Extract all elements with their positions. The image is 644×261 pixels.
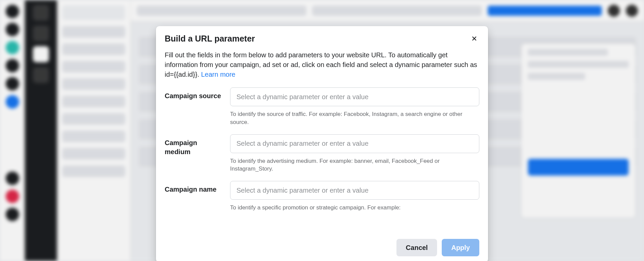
cancel-button[interactable]: Cancel <box>396 239 437 256</box>
apply-button[interactable]: Apply <box>442 239 479 256</box>
campaign-medium-row: Campaign medium To identify the advertis… <box>165 134 479 173</box>
campaign-name-row: Campaign name To identify a specific pro… <box>165 181 479 212</box>
modal-footer: Cancel Apply <box>156 235 488 261</box>
campaign-medium-input[interactable] <box>230 134 479 153</box>
campaign-source-label: Campaign source <box>165 87 223 126</box>
close-icon <box>471 35 478 42</box>
campaign-name-input[interactable] <box>230 181 479 200</box>
campaign-name-label: Campaign name <box>165 181 223 212</box>
modal-title: Build a URL parameter <box>165 34 255 44</box>
campaign-source-help: To identify the source of traffic. For e… <box>230 110 479 126</box>
url-parameter-modal: Build a URL parameter Fill out the field… <box>156 26 488 261</box>
campaign-medium-label: Campaign medium <box>165 134 223 173</box>
modal-header: Build a URL parameter <box>156 26 488 46</box>
campaign-source-input[interactable] <box>230 87 479 106</box>
campaign-name-help: To identify a specific promotion or stra… <box>230 204 479 212</box>
campaign-source-row: Campaign source To identify the source o… <box>165 87 479 126</box>
modal-body[interactable]: Fill out the fields in the form below to… <box>156 46 488 235</box>
close-button[interactable] <box>469 34 479 44</box>
intro-paragraph: Fill out the fields in the form below to… <box>165 50 479 79</box>
campaign-medium-help: To identify the advertising medium. For … <box>230 157 479 173</box>
learn-more-link[interactable]: Learn more <box>201 71 235 78</box>
